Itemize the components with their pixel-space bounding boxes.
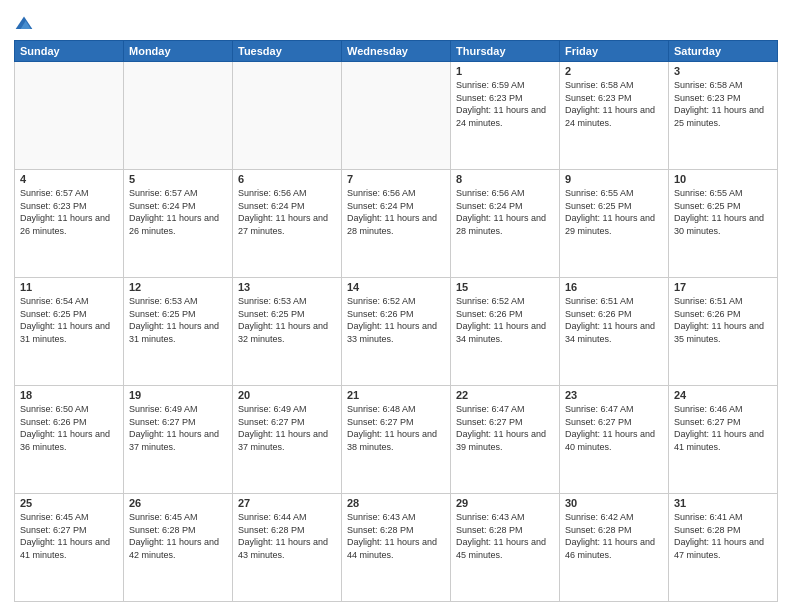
day-cell: 5Sunrise: 6:57 AMSunset: 6:24 PMDaylight… — [124, 170, 233, 278]
page: SundayMondayTuesdayWednesdayThursdayFrid… — [0, 0, 792, 612]
day-number: 23 — [565, 389, 663, 401]
day-info: Sunrise: 6:42 AMSunset: 6:28 PMDaylight:… — [565, 511, 663, 561]
week-row-2: 4Sunrise: 6:57 AMSunset: 6:23 PMDaylight… — [15, 170, 778, 278]
day-info: Sunrise: 6:45 AMSunset: 6:28 PMDaylight:… — [129, 511, 227, 561]
day-cell: 28Sunrise: 6:43 AMSunset: 6:28 PMDayligh… — [342, 494, 451, 602]
day-info: Sunrise: 6:57 AMSunset: 6:24 PMDaylight:… — [129, 187, 227, 237]
header-row — [14, 10, 778, 34]
day-info: Sunrise: 6:48 AMSunset: 6:27 PMDaylight:… — [347, 403, 445, 453]
day-cell: 15Sunrise: 6:52 AMSunset: 6:26 PMDayligh… — [451, 278, 560, 386]
day-cell: 25Sunrise: 6:45 AMSunset: 6:27 PMDayligh… — [15, 494, 124, 602]
day-info: Sunrise: 6:49 AMSunset: 6:27 PMDaylight:… — [129, 403, 227, 453]
week-row-1: 1Sunrise: 6:59 AMSunset: 6:23 PMDaylight… — [15, 62, 778, 170]
day-info: Sunrise: 6:43 AMSunset: 6:28 PMDaylight:… — [347, 511, 445, 561]
header-row-days: SundayMondayTuesdayWednesdayThursdayFrid… — [15, 41, 778, 62]
day-info: Sunrise: 6:58 AMSunset: 6:23 PMDaylight:… — [674, 79, 772, 129]
day-header-thursday: Thursday — [451, 41, 560, 62]
day-info: Sunrise: 6:53 AMSunset: 6:25 PMDaylight:… — [238, 295, 336, 345]
day-number: 22 — [456, 389, 554, 401]
day-info: Sunrise: 6:51 AMSunset: 6:26 PMDaylight:… — [565, 295, 663, 345]
day-number: 7 — [347, 173, 445, 185]
day-cell: 12Sunrise: 6:53 AMSunset: 6:25 PMDayligh… — [124, 278, 233, 386]
day-number: 29 — [456, 497, 554, 509]
day-cell: 24Sunrise: 6:46 AMSunset: 6:27 PMDayligh… — [669, 386, 778, 494]
day-info: Sunrise: 6:55 AMSunset: 6:25 PMDaylight:… — [565, 187, 663, 237]
day-number: 16 — [565, 281, 663, 293]
day-number: 28 — [347, 497, 445, 509]
day-number: 21 — [347, 389, 445, 401]
day-header-tuesday: Tuesday — [233, 41, 342, 62]
day-info: Sunrise: 6:55 AMSunset: 6:25 PMDaylight:… — [674, 187, 772, 237]
day-number: 13 — [238, 281, 336, 293]
day-cell: 4Sunrise: 6:57 AMSunset: 6:23 PMDaylight… — [15, 170, 124, 278]
day-cell — [15, 62, 124, 170]
day-info: Sunrise: 6:50 AMSunset: 6:26 PMDaylight:… — [20, 403, 118, 453]
day-number: 14 — [347, 281, 445, 293]
day-info: Sunrise: 6:57 AMSunset: 6:23 PMDaylight:… — [20, 187, 118, 237]
day-cell: 22Sunrise: 6:47 AMSunset: 6:27 PMDayligh… — [451, 386, 560, 494]
day-cell: 8Sunrise: 6:56 AMSunset: 6:24 PMDaylight… — [451, 170, 560, 278]
day-cell: 11Sunrise: 6:54 AMSunset: 6:25 PMDayligh… — [15, 278, 124, 386]
day-number: 27 — [238, 497, 336, 509]
day-info: Sunrise: 6:56 AMSunset: 6:24 PMDaylight:… — [347, 187, 445, 237]
day-cell: 6Sunrise: 6:56 AMSunset: 6:24 PMDaylight… — [233, 170, 342, 278]
day-number: 30 — [565, 497, 663, 509]
day-info: Sunrise: 6:46 AMSunset: 6:27 PMDaylight:… — [674, 403, 772, 453]
day-cell: 10Sunrise: 6:55 AMSunset: 6:25 PMDayligh… — [669, 170, 778, 278]
day-header-wednesday: Wednesday — [342, 41, 451, 62]
day-number: 4 — [20, 173, 118, 185]
day-number: 1 — [456, 65, 554, 77]
calendar-table: SundayMondayTuesdayWednesdayThursdayFrid… — [14, 40, 778, 602]
logo-icon — [14, 14, 34, 34]
day-number: 11 — [20, 281, 118, 293]
week-row-4: 18Sunrise: 6:50 AMSunset: 6:26 PMDayligh… — [15, 386, 778, 494]
day-cell: 16Sunrise: 6:51 AMSunset: 6:26 PMDayligh… — [560, 278, 669, 386]
day-number: 8 — [456, 173, 554, 185]
day-cell: 7Sunrise: 6:56 AMSunset: 6:24 PMDaylight… — [342, 170, 451, 278]
day-number: 20 — [238, 389, 336, 401]
day-number: 17 — [674, 281, 772, 293]
day-number: 31 — [674, 497, 772, 509]
day-info: Sunrise: 6:41 AMSunset: 6:28 PMDaylight:… — [674, 511, 772, 561]
day-header-saturday: Saturday — [669, 41, 778, 62]
day-info: Sunrise: 6:47 AMSunset: 6:27 PMDaylight:… — [456, 403, 554, 453]
day-header-friday: Friday — [560, 41, 669, 62]
day-info: Sunrise: 6:43 AMSunset: 6:28 PMDaylight:… — [456, 511, 554, 561]
day-info: Sunrise: 6:47 AMSunset: 6:27 PMDaylight:… — [565, 403, 663, 453]
day-cell — [342, 62, 451, 170]
day-cell: 30Sunrise: 6:42 AMSunset: 6:28 PMDayligh… — [560, 494, 669, 602]
day-info: Sunrise: 6:49 AMSunset: 6:27 PMDaylight:… — [238, 403, 336, 453]
day-cell: 17Sunrise: 6:51 AMSunset: 6:26 PMDayligh… — [669, 278, 778, 386]
day-cell: 27Sunrise: 6:44 AMSunset: 6:28 PMDayligh… — [233, 494, 342, 602]
day-number: 18 — [20, 389, 118, 401]
day-cell — [233, 62, 342, 170]
day-cell: 29Sunrise: 6:43 AMSunset: 6:28 PMDayligh… — [451, 494, 560, 602]
day-info: Sunrise: 6:44 AMSunset: 6:28 PMDaylight:… — [238, 511, 336, 561]
day-info: Sunrise: 6:54 AMSunset: 6:25 PMDaylight:… — [20, 295, 118, 345]
day-number: 5 — [129, 173, 227, 185]
day-number: 2 — [565, 65, 663, 77]
day-header-sunday: Sunday — [15, 41, 124, 62]
day-cell: 1Sunrise: 6:59 AMSunset: 6:23 PMDaylight… — [451, 62, 560, 170]
day-number: 3 — [674, 65, 772, 77]
day-header-monday: Monday — [124, 41, 233, 62]
day-cell: 31Sunrise: 6:41 AMSunset: 6:28 PMDayligh… — [669, 494, 778, 602]
day-number: 24 — [674, 389, 772, 401]
day-number: 6 — [238, 173, 336, 185]
day-info: Sunrise: 6:58 AMSunset: 6:23 PMDaylight:… — [565, 79, 663, 129]
day-info: Sunrise: 6:45 AMSunset: 6:27 PMDaylight:… — [20, 511, 118, 561]
day-cell — [124, 62, 233, 170]
day-cell: 21Sunrise: 6:48 AMSunset: 6:27 PMDayligh… — [342, 386, 451, 494]
day-info: Sunrise: 6:59 AMSunset: 6:23 PMDaylight:… — [456, 79, 554, 129]
day-cell: 13Sunrise: 6:53 AMSunset: 6:25 PMDayligh… — [233, 278, 342, 386]
day-number: 10 — [674, 173, 772, 185]
day-info: Sunrise: 6:52 AMSunset: 6:26 PMDaylight:… — [347, 295, 445, 345]
day-cell: 18Sunrise: 6:50 AMSunset: 6:26 PMDayligh… — [15, 386, 124, 494]
week-row-5: 25Sunrise: 6:45 AMSunset: 6:27 PMDayligh… — [15, 494, 778, 602]
day-number: 9 — [565, 173, 663, 185]
day-cell: 9Sunrise: 6:55 AMSunset: 6:25 PMDaylight… — [560, 170, 669, 278]
day-cell: 14Sunrise: 6:52 AMSunset: 6:26 PMDayligh… — [342, 278, 451, 386]
day-info: Sunrise: 6:53 AMSunset: 6:25 PMDaylight:… — [129, 295, 227, 345]
day-info: Sunrise: 6:52 AMSunset: 6:26 PMDaylight:… — [456, 295, 554, 345]
week-row-3: 11Sunrise: 6:54 AMSunset: 6:25 PMDayligh… — [15, 278, 778, 386]
